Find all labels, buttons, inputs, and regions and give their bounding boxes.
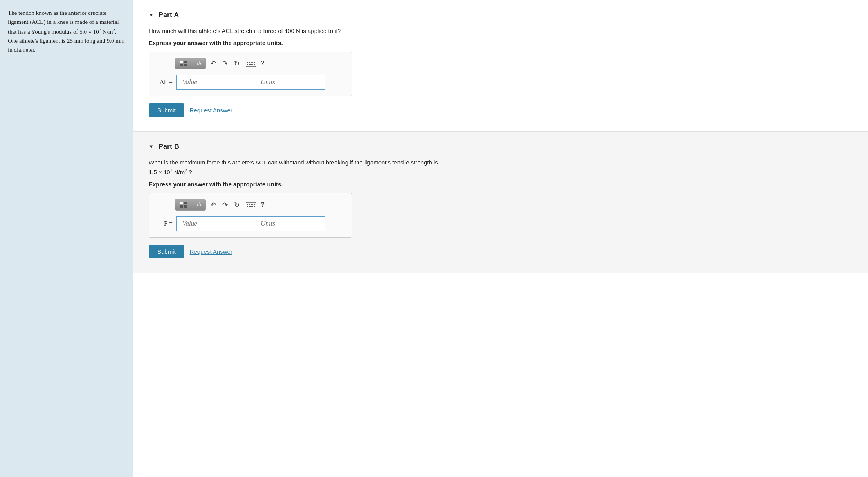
part-b-header[interactable]: ▼ Part B [149,143,852,151]
svg-rect-11 [254,64,255,65]
part-a-input-row: ΔL = [155,75,346,90]
part-a-redo-btn[interactable]: ↷ [221,59,229,69]
part-a-matrix-group[interactable]: μÅ [175,58,206,69]
part-a-header[interactable]: ▼ Part A [149,11,852,19]
part-b-undo-btn[interactable]: ↶ [209,200,218,210]
part-b-action-row: Submit Request Answer [149,245,852,258]
svg-rect-21 [247,206,248,207]
part-b-toolbar: μÅ ↶ ↷ ↻ [155,199,346,211]
part-a-chevron: ▼ [149,12,154,18]
part-a-answer-box: μÅ ↶ ↷ ↻ [149,52,352,96]
part-b-help-btn[interactable]: ? [261,201,265,208]
part-b-eq-label: F = [155,220,173,227]
svg-rect-4 [246,61,256,67]
part-a-matrix-btn[interactable] [175,58,191,69]
part-b-mu-btn[interactable]: μÅ [191,199,205,210]
svg-rect-20 [254,204,255,205]
svg-rect-6 [249,62,250,63]
part-a-submit-btn[interactable]: Submit [149,103,184,117]
part-b-refresh-btn[interactable]: ↻ [232,200,241,210]
part-b-question: What is the maximum force this athlete's… [149,158,852,177]
part-a-express: Express your answer with the appropriate… [149,40,852,46]
part-b-matrix-group[interactable]: μÅ [175,199,206,211]
svg-rect-3 [184,64,187,66]
svg-rect-22 [249,206,253,207]
part-a-refresh-btn[interactable]: ↻ [232,59,241,69]
svg-rect-7 [251,62,253,63]
part-b-value-input[interactable] [176,216,255,231]
svg-rect-1 [184,61,187,63]
part-a-mu-btn[interactable]: μÅ [191,58,205,69]
part-a-eq-label: ΔL = [155,79,173,86]
part-b-title: Part B [158,143,179,151]
svg-rect-14 [180,205,183,208]
context-text: The tendon known as the anterior cruciat… [8,10,125,53]
svg-rect-12 [180,202,183,204]
part-a-toolbar: μÅ ↶ ↷ ↻ [155,58,346,69]
context-panel: The tendon known as the anterior cruciat… [0,0,133,477]
part-a-section: ▼ Part A How much will this athlete’s AC… [133,0,868,132]
svg-rect-15 [184,205,187,208]
right-panel: ▼ Part A How much will this athlete’s AC… [133,0,868,477]
part-a-title: Part A [158,11,179,19]
svg-rect-23 [254,206,255,207]
part-b-answer-box: μÅ ↶ ↷ ↻ [149,193,352,238]
svg-rect-16 [246,202,256,208]
part-a-action-row: Submit Request Answer [149,103,852,117]
part-b-submit-btn[interactable]: Submit [149,245,184,258]
part-b-chevron: ▼ [149,144,154,150]
svg-rect-10 [249,64,253,65]
part-b-redo-btn[interactable]: ↷ [221,200,229,210]
svg-rect-0 [180,61,183,63]
part-b-section: ▼ Part B What is the maximum force this … [133,132,868,273]
svg-rect-19 [251,204,253,205]
part-b-units-input[interactable] [255,216,325,231]
part-b-request-answer-btn[interactable]: Request Answer [190,248,232,255]
svg-rect-2 [180,64,183,66]
svg-rect-17 [247,204,248,205]
part-b-input-row: F = [155,216,346,231]
part-a-question: How much will this athlete’s ACL stretch… [149,26,852,36]
part-b-matrix-btn[interactable] [175,199,191,210]
part-a-units-input[interactable] [255,75,325,90]
part-a-keyboard-btn[interactable] [244,59,258,68]
part-a-request-answer-btn[interactable]: Request Answer [190,107,232,114]
part-a-value-input[interactable] [176,75,255,90]
part-a-undo-btn[interactable]: ↶ [209,59,218,69]
svg-rect-13 [184,202,187,204]
part-b-keyboard-btn[interactable] [244,200,258,209]
svg-rect-18 [249,204,250,205]
svg-rect-8 [254,62,255,63]
svg-rect-9 [247,64,248,65]
part-b-express: Express your answer with the appropriate… [149,181,852,188]
part-a-help-btn[interactable]: ? [261,60,265,67]
svg-rect-5 [247,62,248,63]
